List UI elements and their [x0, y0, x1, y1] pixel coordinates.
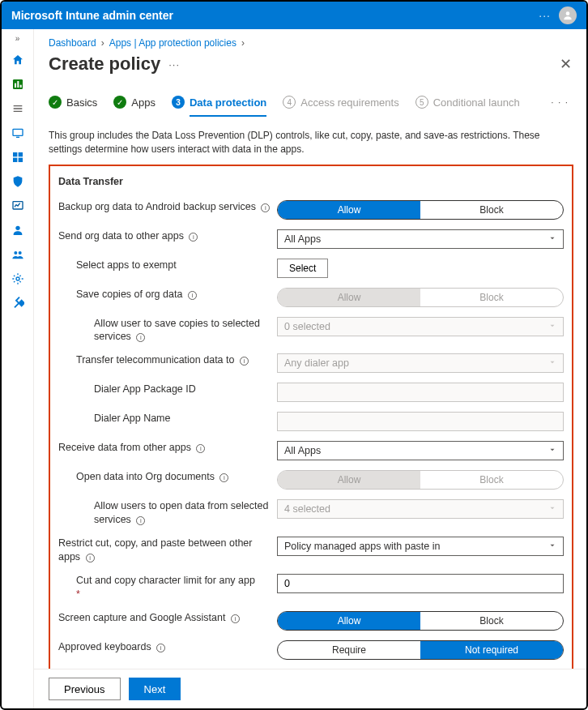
toggle-approved-keyboards[interactable]: Require Not required: [277, 640, 564, 660]
toggle-save-copies: Allow Block: [277, 288, 564, 307]
footer: Previous Next: [34, 669, 586, 708]
apps-icon[interactable]: [11, 150, 25, 165]
users-icon[interactable]: [11, 223, 25, 237]
toggle-allow[interactable]: Allow: [278, 201, 420, 219]
info-icon[interactable]: i: [219, 473, 228, 482]
toggle-backup[interactable]: Allow Block: [277, 200, 564, 220]
home-icon[interactable]: [11, 53, 25, 67]
chevron-down-icon: [548, 321, 556, 332]
list-icon[interactable]: [11, 101, 25, 116]
select-receive-other-apps[interactable]: All Apps: [277, 441, 564, 460]
svg-rect-3: [17, 81, 19, 88]
step-access-requirements[interactable]: 4Access requirements: [283, 96, 398, 109]
label-select-exempt: Select apps to exempt: [58, 259, 277, 272]
avatar[interactable]: [559, 6, 577, 24]
label-allow-open-selected: Allow users to open data from selected s…: [58, 499, 277, 527]
step-conditional-launch[interactable]: 5Conditional launch: [415, 96, 520, 109]
toggle-block: Block: [420, 471, 563, 489]
devices-icon[interactable]: [11, 126, 25, 140]
label-restrict-cut: Restrict cut, copy, and paste between ot…: [58, 537, 277, 564]
info-icon[interactable]: i: [240, 357, 249, 366]
breadcrumb-sep: ›: [101, 37, 104, 49]
section-description: This group includes the Data Loss Preven…: [49, 118, 573, 165]
input-dialer-package: [277, 383, 564, 402]
label-transfer-telecom: Transfer telecommunication data to i: [58, 353, 277, 367]
toggle-block[interactable]: Block: [420, 201, 563, 219]
label-allow-save-selected: Allow user to save copies to selected se…: [58, 317, 277, 344]
steps-more[interactable]: · · ·: [551, 96, 573, 108]
select-exempt-button[interactable]: Select: [277, 259, 328, 278]
troubleshoot-icon[interactable]: [11, 296, 25, 310]
label-cut-copy-limit: Cut and copy character limit for any app…: [58, 574, 277, 601]
title-more[interactable]: ···: [168, 58, 180, 71]
info-icon[interactable]: i: [136, 516, 145, 525]
svg-point-14: [18, 251, 21, 254]
toggle-not-required[interactable]: Not required: [420, 641, 563, 659]
toggle-allow[interactable]: Allow: [278, 612, 420, 630]
sidebar: »: [2, 29, 34, 708]
info-icon[interactable]: i: [86, 554, 95, 562]
main-panel: Dashboard › Apps | App protection polici…: [34, 29, 586, 708]
info-icon[interactable]: i: [188, 291, 197, 300]
highlighted-section: Data Transfer Backup org data to Android…: [49, 165, 573, 669]
info-icon[interactable]: i: [231, 614, 240, 623]
info-icon[interactable]: i: [196, 444, 205, 453]
breadcrumb: Dashboard › Apps | App protection polici…: [34, 29, 586, 49]
svg-rect-7: [13, 152, 17, 156]
breadcrumb-apps[interactable]: Apps | App protection policies: [109, 37, 236, 49]
toggle-open-into-org: Allow Block: [277, 470, 564, 490]
toggle-screen-capture[interactable]: Allow Block: [277, 611, 564, 631]
label-backup: Backup org data to Android backup servic…: [58, 200, 277, 214]
app-title: Microsoft Intune admin center: [11, 9, 539, 22]
page-title: Create policy: [49, 53, 160, 75]
reports-icon[interactable]: [11, 199, 25, 213]
content-scroll[interactable]: ✓Basics ✓Apps 3Data protection 4Access r…: [34, 81, 582, 669]
label-open-into-org: Open data into Org documents i: [58, 470, 277, 484]
info-icon[interactable]: i: [189, 233, 198, 242]
info-icon[interactable]: i: [136, 333, 145, 342]
svg-rect-8: [18, 152, 22, 156]
security-icon[interactable]: [11, 174, 25, 189]
input-cut-copy-limit[interactable]: [277, 574, 564, 593]
svg-rect-4: [19, 85, 21, 88]
next-button[interactable]: Next: [129, 678, 181, 700]
svg-point-13: [14, 251, 17, 254]
toggle-allow: Allow: [278, 289, 420, 306]
svg-point-15: [16, 277, 19, 280]
top-bar: Microsoft Intune admin center ···: [2, 2, 586, 29]
input-dialer-name: [277, 412, 564, 431]
dashboard-icon[interactable]: [11, 77, 25, 92]
info-icon[interactable]: i: [261, 203, 270, 212]
select-restrict-cut[interactable]: Policy managed apps with paste in: [277, 537, 564, 556]
label-screen-capture: Screen capture and Google Assistant i: [58, 611, 277, 625]
step-apps[interactable]: ✓Apps: [113, 96, 156, 109]
close-icon[interactable]: ✕: [560, 55, 572, 73]
label-send-other-apps: Send org data to other apps i: [58, 229, 277, 243]
svg-rect-5: [13, 129, 23, 135]
chevron-down-icon: [548, 503, 556, 515]
data-transfer-title: Data Transfer: [58, 171, 564, 195]
select-save-services: 0 selected: [277, 317, 564, 336]
svg-point-12: [15, 226, 19, 230]
chevron-down-icon: [548, 445, 556, 456]
breadcrumb-sep: ›: [241, 37, 245, 49]
info-icon[interactable]: i: [156, 644, 165, 652]
svg-rect-2: [15, 83, 16, 88]
select-send-other-apps[interactable]: All Apps: [277, 229, 564, 249]
groups-icon[interactable]: [11, 247, 25, 262]
previous-button[interactable]: Previous: [49, 678, 121, 700]
label-receive-other-apps: Receive data from other apps i: [58, 441, 277, 455]
chevron-down-icon: [548, 357, 556, 369]
svg-point-0: [566, 11, 570, 15]
breadcrumb-dashboard[interactable]: Dashboard: [49, 37, 96, 49]
sidebar-expand[interactable]: »: [15, 34, 20, 43]
topbar-more[interactable]: ···: [539, 9, 551, 22]
step-basics[interactable]: ✓Basics: [49, 96, 97, 109]
admin-icon[interactable]: [11, 272, 25, 286]
step-data-protection[interactable]: 3Data protection: [172, 96, 266, 109]
wizard-steps: ✓Basics ✓Apps 3Data protection 4Access r…: [49, 81, 573, 118]
toggle-require[interactable]: Require: [278, 641, 420, 659]
label-dialer-package: Dialer App Package ID: [58, 383, 277, 396]
toggle-block[interactable]: Block: [420, 612, 563, 630]
chevron-down-icon: [548, 233, 556, 245]
